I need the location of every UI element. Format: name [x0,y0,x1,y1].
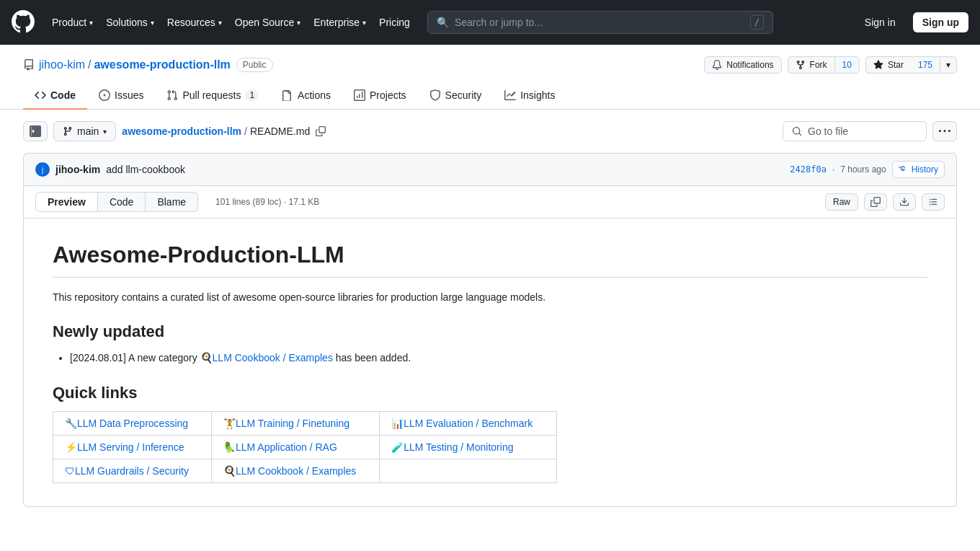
download-icon [899,197,909,207]
tab-issues[interactable]: Issues [87,82,155,110]
avatar-initial: j [42,166,43,174]
sidebar-toggle[interactable] [23,121,48,141]
projects-icon [354,89,365,101]
table-link[interactable]: 📊LLM Evaluation / Benchmark [391,418,533,429]
toc-button[interactable] [922,193,945,211]
insights-icon [504,89,516,101]
raw-button[interactable]: Raw [825,193,858,211]
code-icon [35,89,46,101]
copy-path-button[interactable] [313,125,329,138]
blame-tab[interactable]: Blame [146,192,198,212]
preview-tab[interactable]: Preview [35,192,98,212]
code-tab[interactable]: Code [98,192,146,212]
repo-actions: Notifications Fork 10 Star [704,56,957,74]
avatar: j [35,162,50,177]
table-cell: 📊LLM Evaluation / Benchmark [380,411,557,435]
history-label: History [912,164,938,175]
top-nav-right: Sign in Sign up [856,12,968,32]
star-button[interactable]: Star [865,56,911,74]
branch-selector[interactable]: main ▾ [53,121,116,141]
tab-actions[interactable]: Actions [270,82,342,110]
tab-code-label: Code [50,89,76,101]
search-icon: 🔍 [437,17,449,28]
table-link[interactable]: 🍳LLM Cookbook / Examples [223,465,356,477]
table-cell: 🦜LLM Application / RAG [211,435,379,459]
more-options-icon [939,125,950,137]
more-options-button[interactable] [932,121,957,141]
table-link[interactable]: 🏋LLM Training / Finetuning [223,418,349,429]
file-info: 101 lines (89 loc) · 17.1 KB [215,197,319,207]
sign-in-link[interactable]: Sign in [856,13,904,32]
chevron-down-icon: ▾ [218,19,222,27]
notifications-label: Notifications [726,60,773,70]
table-cell: 🍳LLM Cookbook / Examples [211,459,379,482]
notifications-btn[interactable]: Notifications [704,56,781,74]
preview-tab-label: Preview [48,196,86,208]
file-view: main ▾ awesome-production-llm / README.m… [0,110,980,519]
copy-raw-button[interactable] [864,193,887,211]
commit-author[interactable]: jihoo-kim [55,164,100,175]
search-bar[interactable]: 🔍 Search or jump to... / [427,11,773,34]
commit-hash[interactable]: 2428f0a [790,164,827,175]
sidebar-toggle-icon [30,125,41,137]
download-button[interactable] [893,193,916,211]
github-logo-icon [12,10,35,33]
star-count[interactable]: 175 [911,56,940,74]
star-dropdown-caret[interactable]: ▾ [940,56,957,74]
github-logo[interactable] [12,10,35,35]
sign-up-button[interactable]: Sign up [913,12,968,32]
nav-enterprise[interactable]: Enterprise ▾ [308,12,372,32]
search-input[interactable]: Search or jump to... [455,17,744,28]
repo-owner-link[interactable]: jihoo-kim [39,58,85,71]
tab-projects[interactable]: Projects [342,82,418,110]
repo-header-top: jihoo-kim / awesome-production-llm Publi… [23,56,957,82]
go-to-file[interactable]: Go to file [783,121,927,141]
tab-code[interactable]: Code [23,82,87,110]
nav-solutions[interactable]: Solutions ▾ [100,12,160,32]
table-cell [380,459,557,482]
file-toolbar: main ▾ awesome-production-llm / README.m… [23,121,957,141]
star-icon [873,60,883,70]
tab-security[interactable]: Security [418,82,494,110]
table-link[interactable]: 🧪LLM Testing / Monitoring [391,441,513,453]
repo-icon [23,59,35,71]
table-link[interactable]: 🔧LLM Data Preprocessing [65,418,188,429]
commit-right: 2428f0a · 7 hours ago History [790,161,945,178]
newly-updated-suffix: has been added. [333,352,411,363]
search-icon [792,126,802,136]
branch-icon [63,126,73,136]
pr-icon [166,89,178,101]
breadcrumb-separator: / [244,125,247,137]
fork-label: Fork [810,60,827,70]
commit-bar: j jihoo-kim add llm-cookbook 2428f0a · 7… [23,153,957,186]
tab-pr-label: Pull requests [182,89,241,101]
nav-resources[interactable]: Resources ▾ [161,12,228,32]
bell-icon [712,60,722,70]
breadcrumb-repo-link[interactable]: awesome-production-llm [122,125,241,137]
top-nav-links: Product ▾ Solutions ▾ Resources ▾ Open S… [46,12,416,32]
newly-updated-heading: Newly updated [53,322,927,341]
newly-updated-list: [2024.08.01] A new category 🍳LLM Cookboo… [53,350,927,366]
fork-button[interactable]: Fork [788,56,834,74]
markdown-body: Awesome-Production-LLM This repository c… [23,219,957,507]
nav-open-source[interactable]: Open Source ▾ [229,12,307,32]
tab-pull-requests[interactable]: Pull requests 1 [155,82,270,110]
tab-insights[interactable]: Insights [493,82,566,110]
llm-cookbook-link[interactable]: 🍳LLM Cookbook / Examples [200,352,333,363]
nav-product[interactable]: Product ▾ [46,12,99,32]
chevron-down-icon: ▾ [89,19,93,27]
commit-dot: · [832,164,834,175]
file-actions: Raw [825,193,945,211]
tab-issues-label: Issues [115,89,143,101]
table-link[interactable]: ⚡LLM Serving / Inference [65,441,184,453]
nav-pricing[interactable]: Pricing [373,12,416,32]
nav-solutions-label: Solutions [106,17,148,28]
fork-count[interactable]: 10 [834,56,860,74]
breadcrumb-file: README.md [250,125,310,137]
table-link[interactable]: 🛡LLM Guardrails / Security [65,465,189,477]
history-button[interactable]: History [892,161,945,178]
breadcrumb: awesome-production-llm / README.md [122,125,329,138]
view-tabs: Preview Code Blame [35,192,198,212]
table-link[interactable]: 🦜LLM Application / RAG [223,441,337,453]
repo-name-link[interactable]: awesome-production-llm [94,58,230,71]
